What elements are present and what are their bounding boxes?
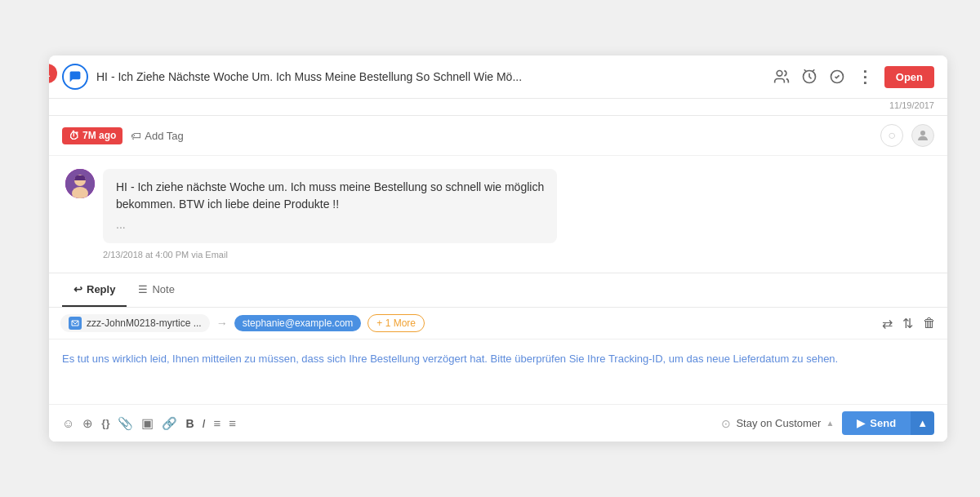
bold-icon[interactable]: B: [185, 417, 194, 430]
tab-reply[interactable]: ↩ Reply: [62, 273, 127, 307]
send-button-group: ▶ Send ▲: [842, 411, 934, 435]
reaction-icon[interactable]: ⊕: [82, 416, 93, 431]
add-tag-button[interactable]: 🏷 Add Tag: [131, 130, 183, 142]
sender-avatar: [65, 169, 95, 198]
message-ellipsis: ...: [116, 216, 544, 233]
attach-icon[interactable]: 📎: [118, 416, 133, 431]
send-arrow-icon: ▶: [857, 417, 865, 429]
agent-avatar: [911, 124, 934, 147]
assign-button[interactable]: ○: [880, 124, 903, 147]
time-ago-badge: ⏱ 7M ago: [62, 127, 122, 144]
channel-icon[interactable]: [62, 64, 88, 90]
send-expand-button[interactable]: ▲: [911, 411, 934, 435]
more-recipients-chip[interactable]: + 1 More: [368, 314, 425, 332]
message-meta: 2/13/2018 at 4:00 PM via Email: [103, 250, 557, 260]
svg-point-0: [777, 71, 782, 77]
tags-row: ⏱ 7M ago 🏷 Add Tag ○: [49, 116, 947, 156]
reply-arrow-icon: ↩: [74, 283, 82, 295]
code-icon[interactable]: {}: [101, 417, 109, 429]
send-expand-caret-icon: ▲: [917, 417, 928, 429]
email-subject: HI - Ich Ziehe Nächste Woche Um. Ich Mus…: [96, 70, 765, 83]
unordered-list-icon[interactable]: ≡: [213, 416, 220, 430]
stay-customer-icon: ⊙: [721, 417, 731, 430]
stay-on-customer-button[interactable]: ⊙ Stay on Customer ▲: [721, 417, 834, 430]
composer-header: zzz-JohnM0218-myrtice ... → stephanie@ex…: [49, 308, 947, 339]
from-address: zzz-JohnM0218-myrtice ...: [87, 317, 202, 329]
add-user-icon[interactable]: [773, 69, 790, 85]
forward-arrow-icon: →: [216, 317, 228, 330]
open-button[interactable]: Open: [884, 66, 934, 88]
emoji-icon[interactable]: ☺: [62, 416, 74, 430]
composer: zzz-JohnM0218-myrtice ... → stephanie@ex…: [49, 307, 947, 442]
svg-point-3: [920, 131, 925, 135]
to-chip[interactable]: stephanie@example.com: [234, 315, 362, 331]
header-date: 11/19/2017: [49, 99, 947, 116]
composer-header-right: ⇄ ⇅ 🗑: [882, 316, 936, 331]
message-content: HI - Ich ziehe nächste Woche um. Ich mus…: [103, 169, 557, 243]
composer-text: Es tut uns wirklich leid, Ihnen mitteile…: [62, 351, 934, 368]
ordered-list-icon[interactable]: ≡: [229, 416, 236, 430]
link-icon[interactable]: 🔗: [162, 416, 177, 431]
expand-icon[interactable]: ⇄: [882, 316, 893, 331]
stay-customer-caret: ▲: [826, 419, 834, 428]
email-channel-icon: [69, 317, 82, 330]
composer-body[interactable]: Es tut uns wirklich leid, Ihnen mitteile…: [49, 339, 947, 405]
message-line1: HI - Ich ziehe nächste Woche um. Ich mus…: [116, 179, 544, 196]
message-bubble: HI - Ich ziehe nächste Woche um. Ich mus…: [65, 169, 931, 260]
check-circle-icon[interactable]: [829, 69, 845, 85]
more-vert-icon[interactable]: ⋮: [857, 67, 873, 87]
sort-icon[interactable]: ⇅: [902, 316, 913, 331]
italic-icon[interactable]: I: [203, 417, 206, 430]
composer-toolbar: ☺ ⊕ {} 📎 ▣ 🔗 B I ≡ ≡ ⊙ Stay on Customer …: [49, 405, 947, 442]
tag-icon: 🏷: [131, 130, 141, 142]
tags-row-right: ○: [880, 124, 934, 147]
header-actions: ⋮ Open: [773, 66, 934, 88]
trash-icon[interactable]: 🗑: [923, 316, 936, 331]
message-line2: bekommen. BTW ich liebe deine Produkte !…: [116, 196, 544, 213]
note-icon: ☰: [138, 283, 148, 295]
alarm-icon[interactable]: [801, 69, 817, 85]
reply-note-tabs: ↩ Reply ☰ Note: [49, 273, 947, 307]
tab-note[interactable]: ☰ Note: [127, 273, 185, 307]
image-icon[interactable]: ▣: [141, 415, 154, 431]
send-button[interactable]: ▶ Send: [842, 411, 911, 435]
from-chip[interactable]: zzz-JohnM0218-myrtice ...: [60, 314, 210, 332]
conversation-header: HI - Ich Ziehe Nächste Woche Um. Ich Mus…: [49, 55, 947, 99]
message-area: HI - Ich ziehe nächste Woche um. Ich mus…: [49, 156, 947, 273]
